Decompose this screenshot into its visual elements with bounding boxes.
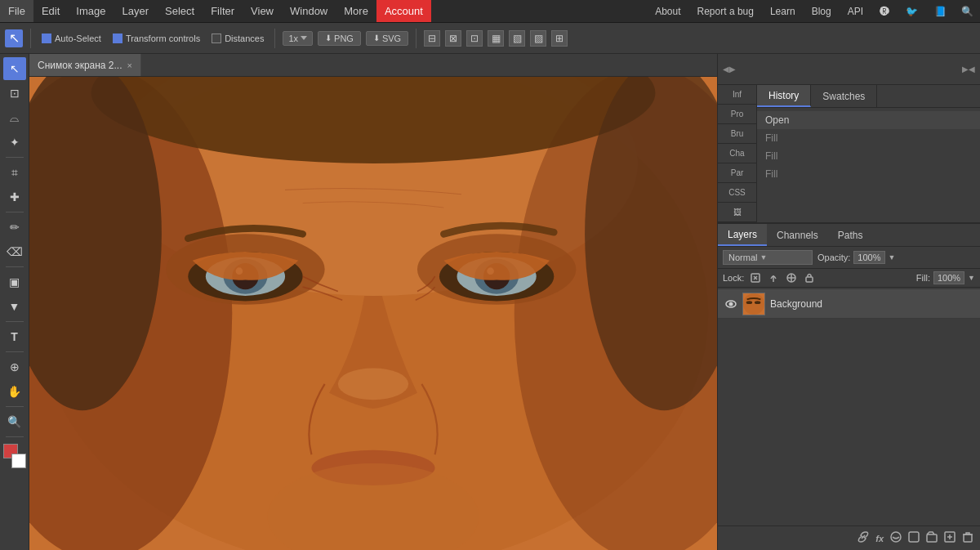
- svg-rect-40: [909, 532, 919, 542]
- blend-mode-dropdown[interactable]: Normal ▼: [723, 250, 813, 265]
- align-icon-5[interactable]: ▧: [509, 30, 525, 47]
- distances-toggle[interactable]: Distances: [208, 32, 267, 45]
- history-item-fill-1[interactable]: Fill: [757, 129, 980, 147]
- tool-lasso[interactable]: ⌓: [3, 106, 26, 129]
- menu-learn[interactable]: Learn: [762, 6, 804, 17]
- layer-row-background[interactable]: Background: [718, 289, 980, 319]
- history-item-fill-3[interactable]: Fill: [757, 165, 980, 183]
- menu-file[interactable]: File: [0, 0, 33, 22]
- add-mask-icon[interactable]: [890, 531, 902, 545]
- panel-collapse-left[interactable]: ◀▶: [718, 61, 741, 77]
- tool-eraser[interactable]: ⌫: [3, 240, 26, 263]
- opacity-arrow[interactable]: ▼: [889, 253, 896, 262]
- fill-arrow[interactable]: ▼: [968, 274, 975, 282]
- tool-brush[interactable]: ✏: [3, 216, 26, 239]
- menu-more[interactable]: More: [336, 0, 376, 22]
- tool-heal[interactable]: ✚: [3, 186, 26, 208]
- menu-filter[interactable]: Filter: [203, 0, 243, 22]
- canvas-tab[interactable]: Снимок экрана 2... ×: [29, 54, 141, 76]
- svg-point-33: [729, 302, 733, 306]
- link-layers-icon[interactable]: [858, 531, 869, 545]
- right-panel-top: ◀▶ ▶◀: [718, 54, 980, 85]
- delete-layer-icon[interactable]: [962, 531, 973, 545]
- tool-marquee[interactable]: ⊡: [3, 82, 26, 105]
- panel-collapse-right[interactable]: ▶◀: [957, 61, 980, 77]
- tool-wand[interactable]: ✦: [3, 131, 26, 154]
- lock-all-icon[interactable]: [803, 271, 816, 284]
- menu-api[interactable]: API: [840, 6, 871, 17]
- menu-select[interactable]: Select: [157, 0, 203, 22]
- menu-view[interactable]: View: [243, 0, 282, 22]
- tool-gradient[interactable]: ▣: [3, 271, 26, 293]
- align-icon-1[interactable]: ⊟: [424, 30, 440, 47]
- align-icon-4[interactable]: ▦: [488, 30, 504, 47]
- portrait-canvas[interactable]: [29, 77, 717, 550]
- auto-select-checkbox[interactable]: [42, 34, 51, 43]
- color-swatches[interactable]: [3, 444, 26, 468]
- tool-eyedropper[interactable]: ⊕: [3, 355, 26, 378]
- tool-hand[interactable]: ✋: [3, 380, 26, 403]
- tool-type[interactable]: T: [3, 325, 26, 348]
- distances-label: Distances: [225, 34, 264, 43]
- tool-zoom[interactable]: 🔍: [3, 410, 26, 433]
- distances-checkbox[interactable]: [212, 34, 221, 43]
- tab-history[interactable]: History: [757, 85, 811, 107]
- zoom-dropdown[interactable]: 1x: [283, 31, 313, 46]
- history-item-open[interactable]: Open: [757, 111, 980, 129]
- tab-channels[interactable]: Channels: [767, 224, 828, 246]
- layer-visibility-icon[interactable]: [724, 297, 737, 311]
- brush-panel-tab[interactable]: Bru: [718, 124, 756, 144]
- new-group-icon[interactable]: [926, 531, 938, 545]
- menu-twitter[interactable]: 🐦: [898, 6, 926, 17]
- tool-select[interactable]: ↖: [3, 57, 26, 80]
- info-panel-tab[interactable]: Inf: [718, 85, 756, 105]
- image-mini-tab[interactable]: 🖼: [718, 203, 756, 222]
- menu-edit[interactable]: Edit: [33, 0, 68, 22]
- css-mini-tab[interactable]: CSS: [718, 183, 756, 203]
- menu-window[interactable]: Window: [282, 0, 336, 22]
- lock-transparency-icon[interactable]: [749, 271, 762, 284]
- align-icon-7[interactable]: ⊞: [551, 30, 568, 47]
- tab-paths[interactable]: Paths: [828, 224, 873, 246]
- svg-export-button[interactable]: ⬇ SVG: [366, 31, 408, 46]
- menu-layer[interactable]: Layer: [114, 0, 158, 22]
- channels-mini-tab[interactable]: Cha: [718, 144, 756, 163]
- menu-account[interactable]: Account: [376, 0, 431, 22]
- close-tab-button[interactable]: ×: [127, 60, 132, 70]
- tool-bucket[interactable]: ▼: [3, 295, 26, 318]
- align-icon-2[interactable]: ⊠: [445, 30, 461, 47]
- background-color[interactable]: [11, 454, 26, 468]
- tool-separator3: [6, 266, 24, 267]
- canvas-content[interactable]: [29, 77, 717, 550]
- paragraph-mini-tab[interactable]: Par: [718, 163, 756, 183]
- main-area: ↖ ⊡ ⌓ ✦ ⌗ ✚ ✏ ⌫ ▣ ▼ T ⊕ ✋ 🔍 Снимок экран…: [0, 54, 980, 550]
- history-item-fill-2[interactable]: Fill: [757, 147, 980, 165]
- menu-blog[interactable]: Blog: [804, 6, 840, 17]
- menu-facebook[interactable]: 📘: [926, 6, 955, 17]
- align-icon-6[interactable]: ▨: [530, 30, 546, 47]
- menu-reportbug[interactable]: Report a bug: [689, 6, 762, 17]
- fill-value[interactable]: 100%: [933, 271, 964, 284]
- new-fill-icon[interactable]: [908, 531, 920, 545]
- tab-layers[interactable]: Layers: [718, 224, 767, 246]
- search-icon[interactable]: 🔍: [955, 6, 980, 17]
- lock-pixels-icon[interactable]: [767, 271, 780, 284]
- properties-panel-tab[interactable]: Pro: [718, 105, 756, 124]
- transform-controls-checkbox[interactable]: [113, 34, 122, 43]
- opacity-value[interactable]: 100%: [853, 251, 884, 264]
- transform-controls-toggle[interactable]: Transform controls: [109, 32, 203, 45]
- fill-label: Fill:: [916, 273, 930, 283]
- canvas-tab-name: Снимок экрана 2...: [38, 60, 122, 71]
- menu-about[interactable]: About: [647, 6, 688, 17]
- menu-image[interactable]: Image: [68, 0, 114, 22]
- move-tool[interactable]: ↖: [5, 29, 23, 47]
- tab-swatches[interactable]: Swatches: [811, 85, 877, 107]
- auto-select-toggle[interactable]: Auto-Select: [38, 32, 105, 45]
- tool-crop[interactable]: ⌗: [3, 161, 26, 184]
- new-layer-icon[interactable]: [944, 531, 956, 545]
- lock-position-icon[interactable]: [785, 271, 798, 284]
- fx-icon[interactable]: fx: [875, 534, 884, 543]
- align-icon-3[interactable]: ⊡: [466, 30, 483, 47]
- menu-reddit[interactable]: 🅡: [871, 6, 898, 17]
- png-export-button[interactable]: ⬇ PNG: [318, 31, 361, 46]
